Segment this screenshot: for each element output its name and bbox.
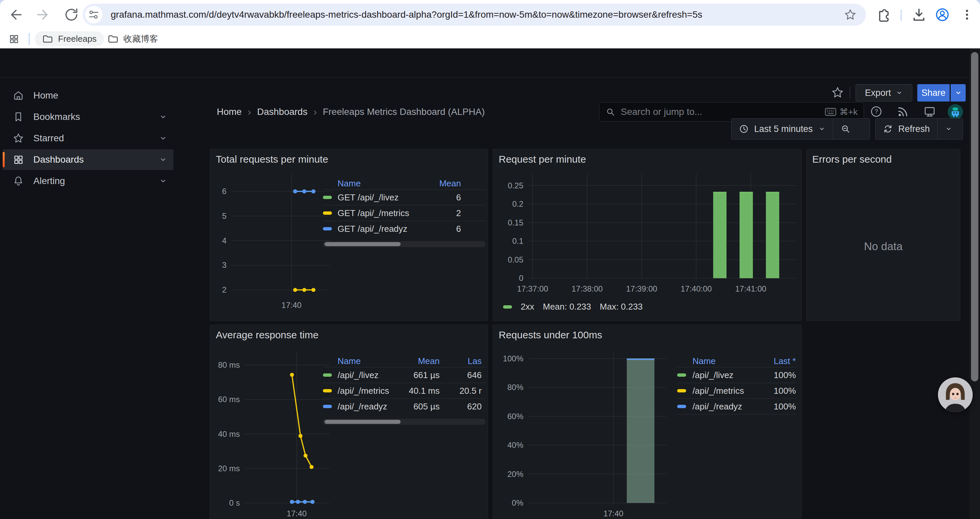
series-color-pill[interactable] [503,305,512,308]
series-color-pill[interactable] [677,389,686,393]
legend-row[interactable]: GET /api/_/metrics 2 [323,205,486,221]
extensions-button[interactable] [875,7,890,22]
chart-request-per-minute[interactable]: 00.050.10.150.20.2517:37:0017:38:0017:39… [503,172,796,295]
series-name[interactable]: /api/_/livez [337,370,396,380]
apps-button[interactable] [9,34,19,45]
legend-col-last[interactable]: Las [440,356,486,366]
browser-toolbar: grafana.mathmast.com/d/deytv4rwavabkb/fr… [0,0,980,29]
series-name[interactable]: GET /api/_/metrics [337,208,418,219]
legend-row[interactable]: /api/_/livez 100% [677,367,796,383]
chevron-down-icon[interactable] [159,134,167,143]
search-input[interactable] [620,106,820,118]
refresh-button[interactable]: Refresh [876,118,937,139]
legend-request-per-minute: 2xx Mean: 0.233 Max: 0.233 [503,302,643,312]
series-name[interactable]: /api/_/metrics [692,386,759,396]
breadcrumb-separator: › [313,106,317,118]
legend-col-mean[interactable]: Mean [418,178,461,189]
downloads-button[interactable] [911,7,927,22]
series-color-pill[interactable] [323,211,332,215]
dashboard-star-button[interactable] [831,86,844,99]
floating-avatar[interactable] [938,377,973,412]
series-color-pill[interactable] [677,405,686,408]
legend-header: Name Last * [677,355,796,367]
series-name[interactable]: GET /api/_/readyz [337,224,418,234]
series-name[interactable]: 2xx [521,302,534,312]
series-mean: 6 [418,192,461,203]
back-button[interactable] [7,7,23,23]
legend-col-name[interactable]: Name [337,356,396,366]
refresh-interval-button[interactable] [938,118,960,139]
profile-button[interactable] [935,7,950,22]
bookmark-folder-freeleaps[interactable]: Freeleaps [35,31,104,46]
svg-text:6: 6 [222,187,226,196]
news-button[interactable] [897,105,909,118]
sidebar-item-alerting[interactable]: Alerting [3,171,173,192]
help-button[interactable]: ? [870,105,883,118]
legend-col-name[interactable]: Name [337,178,418,189]
series-color-pill[interactable] [323,227,332,230]
legend-row[interactable]: /api/_/livez 661 µs 646 [323,367,486,383]
chevron-down-icon[interactable] [159,177,167,185]
series-name[interactable]: /api/_/readyz [337,401,396,412]
chart-total-requests[interactable]: 2345617:40 [214,172,330,312]
time-range-picker[interactable]: Last 5 minutes [732,118,833,139]
forward-button[interactable] [35,7,51,23]
user-avatar-button[interactable] [947,104,963,120]
series-color-pill[interactable] [323,196,332,199]
legend-scrollbar-thumb[interactable] [325,420,401,424]
download-icon [911,7,927,22]
sidebar-item-dashboards[interactable]: Dashboards [3,149,173,170]
legend-col-last[interactable]: Last * [759,356,796,366]
bookmark-folder-blogs[interactable]: 收藏博客 [100,31,165,46]
svg-text:0%: 0% [512,498,523,507]
series-color-pill[interactable] [323,374,332,377]
legend-scrollbar[interactable] [323,241,486,247]
legend-row[interactable]: GET /api/_/livez 6 [323,189,486,205]
url-bar[interactable]: grafana.mathmast.com/d/deytv4rwavabkb/fr… [83,4,866,26]
series-name[interactable]: /api/_/livez [692,370,759,380]
site-settings-button[interactable] [85,6,102,23]
svg-text:17:38:00: 17:38:00 [571,284,602,293]
kiosk-mode-button[interactable] [923,105,936,118]
browser-menu-button[interactable] [959,7,975,22]
legend-scrollbar-thumb[interactable] [325,242,401,246]
share-label: Share [921,88,945,98]
panel-errors-per-second[interactable]: Errors per second No data [806,149,960,321]
sidebar-item-home[interactable]: Home [3,85,173,106]
legend-row[interactable]: /api/_/readyz 605 µs 620 [323,398,486,414]
svg-text:5: 5 [222,211,226,220]
url-text[interactable]: grafana.mathmast.com/d/deytv4rwavabkb/fr… [111,4,851,26]
chart-average-response-time[interactable]: 0 s20 ms40 ms60 ms80 ms17:40 [214,350,330,519]
legend-row[interactable]: /api/_/metrics 40.1 ms 20.5 r [323,383,486,398]
chevron-down-icon[interactable] [159,155,167,164]
series-color-pill[interactable] [323,389,332,393]
star-icon [844,8,857,21]
share-button[interactable]: Share [917,84,950,102]
legend-row[interactable]: /api/_/readyz 100% [677,398,796,414]
export-button[interactable]: Export [856,84,912,102]
series-color-pill[interactable] [677,374,686,377]
sidebar-item-bookmarks[interactable]: Bookmarks [3,107,173,127]
reload-button[interactable] [64,7,80,23]
series-name[interactable]: GET /api/_/livez [337,192,418,203]
legend-col-mean[interactable]: Mean [396,356,440,366]
share-menu-button[interactable] [951,84,966,102]
kebab-menu-icon [959,7,975,22]
legend-scrollbar[interactable] [323,419,486,425]
chevron-down-icon[interactable] [159,113,167,121]
breadcrumb-dashboards[interactable]: Dashboards [257,107,307,117]
series-color-pill[interactable] [323,405,332,408]
chart-requests-under-100ms[interactable]: 0%20%40%60%80%100%17:40 [503,350,667,519]
legend-row[interactable]: GET /api/_/readyz 6 [323,221,486,236]
screen: grafana.mathmast.com/d/deytv4rwavabkb/fr… [0,0,980,519]
bookmark-star-button[interactable] [844,8,857,21]
legend-col-name[interactable]: Name [692,356,759,366]
sidebar-item-starred[interactable]: Starred [3,128,173,149]
bookmark-icon [13,111,24,123]
zoom-out-button[interactable] [833,118,858,139]
series-name[interactable]: /api/_/metrics [337,386,396,396]
legend-row[interactable]: /api/_/metrics 100% [677,383,796,398]
breadcrumb-home[interactable]: Home [217,107,242,117]
page-scrollbar-thumb[interactable] [971,52,978,382]
series-name[interactable]: /api/_/readyz [692,401,759,412]
